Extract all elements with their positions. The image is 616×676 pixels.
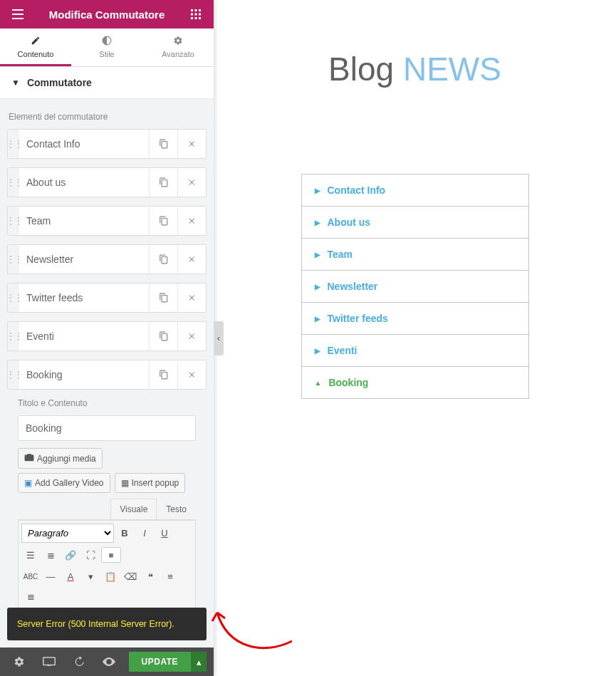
duplicate-icon[interactable] (149, 168, 177, 197)
accordion-item[interactable]: ▶Newsletter (302, 271, 528, 303)
insert-popup-button[interactable]: ▦ Insert popup (115, 473, 186, 493)
accordion-item-label: Newsletter (328, 281, 378, 292)
menu-icon[interactable] (7, 9, 28, 19)
format-select[interactable]: Paragrafo (21, 524, 114, 543)
svg-rect-11 (48, 665, 51, 667)
hr-button[interactable]: — (41, 567, 60, 586)
drag-handle-icon[interactable]: ⋮⋮ (8, 322, 19, 350)
italic-button[interactable]: I (135, 524, 154, 543)
drag-handle-icon[interactable]: ⋮⋮ (8, 245, 19, 274)
delete-icon[interactable] (177, 360, 206, 389)
accordion-item[interactable]: ▶Contact Info (302, 175, 528, 207)
section-commutatore[interactable]: ▼ Commutatore (0, 67, 214, 99)
switcher-item[interactable]: ⋮⋮Booking (7, 360, 207, 390)
switcher-item[interactable]: ⋮⋮Team (7, 206, 207, 236)
delete-icon[interactable] (177, 207, 206, 235)
contrast-icon (102, 36, 112, 47)
link-button[interactable]: 🔗 (61, 546, 80, 564)
svg-rect-1 (195, 9, 197, 11)
caret-right-icon: ▶ (315, 251, 320, 259)
preview-icon[interactable] (94, 648, 124, 676)
accordion-item[interactable]: ▶Eventi (302, 335, 528, 367)
duplicate-icon[interactable] (149, 360, 177, 389)
switcher-item-label: About us (19, 168, 149, 197)
paste-button[interactable]: 📋 (101, 567, 120, 586)
drag-handle-icon[interactable]: ⋮⋮ (8, 168, 19, 197)
drag-handle-icon[interactable]: ⋮⋮ (8, 130, 19, 158)
switcher-item-label: Contact Info (19, 130, 149, 158)
caret-down-icon: ▼ (11, 78, 20, 88)
delete-icon[interactable] (177, 322, 206, 350)
duplicate-icon[interactable] (149, 130, 177, 158)
text-color-button[interactable]: A (61, 567, 80, 586)
panel-header: Modifica Commutatore (0, 0, 214, 28)
caret-right-icon: ▶ (315, 315, 320, 323)
toolbar-toggle-button[interactable]: ▦ (101, 547, 121, 563)
switcher-item[interactable]: ⋮⋮Newsletter (7, 244, 207, 274)
add-gallery-video-button[interactable]: ▣ Add Gallery Video (18, 473, 110, 493)
accordion-item-label: Contact Info (328, 184, 386, 196)
history-icon[interactable] (64, 648, 94, 676)
tab-style[interactable]: Stile (71, 28, 142, 66)
bold-button[interactable]: B (115, 524, 134, 543)
align-center-button[interactable]: ≣ (21, 587, 40, 605)
strike-button[interactable]: ABC (21, 567, 40, 586)
clear-formatting-button[interactable]: ⌫ (121, 567, 140, 586)
tab-advanced[interactable]: Avanzato (142, 28, 214, 66)
drag-handle-icon[interactable]: ⋮⋮ (8, 284, 19, 312)
duplicate-icon[interactable] (149, 245, 177, 274)
accordion-item-label: Booking (328, 377, 368, 388)
responsive-icon[interactable] (34, 648, 64, 676)
accordion-item-label: Twitter feeds (328, 313, 388, 324)
popup-icon: ▦ (121, 478, 129, 488)
editor-tab-visual[interactable]: Visuale (110, 499, 157, 519)
caret-up-icon: ▲ (315, 379, 322, 387)
duplicate-icon[interactable] (149, 207, 177, 235)
pencil-icon (31, 36, 41, 47)
underline-button[interactable]: U (155, 524, 174, 543)
fullscreen-button[interactable]: ⛶ (81, 546, 100, 564)
delete-icon[interactable] (177, 284, 206, 312)
switcher-item-label: Newsletter (19, 245, 149, 274)
switcher-item-label: Eventi (19, 322, 149, 350)
align-left-button[interactable]: ≡ (161, 567, 179, 586)
switcher-item[interactable]: ⋮⋮Eventi (7, 321, 207, 351)
delete-icon[interactable] (177, 245, 206, 274)
settings-icon[interactable] (4, 648, 34, 676)
title-input[interactable] (18, 415, 196, 441)
bullet-list-button[interactable]: ☰ (21, 546, 40, 564)
blockquote-button[interactable]: ❝ (141, 567, 160, 586)
accordion-item[interactable]: ▶Twitter feeds (302, 303, 528, 335)
widgets-icon[interactable] (185, 9, 207, 19)
drag-handle-icon[interactable]: ⋮⋮ (8, 360, 19, 389)
text-color-dropdown[interactable]: ▾ (81, 567, 100, 586)
accordion-item[interactable]: ▶About us (302, 207, 528, 239)
update-button[interactable]: UPDATE (129, 652, 191, 672)
delete-icon[interactable] (177, 168, 206, 197)
numbered-list-button[interactable]: ≣ (41, 546, 60, 564)
tab-content[interactable]: Contenuto (0, 28, 71, 66)
duplicate-icon[interactable] (149, 322, 177, 350)
accordion-item[interactable]: ▲Booking (302, 367, 528, 398)
switcher-item[interactable]: ⋮⋮Contact Info (7, 129, 207, 159)
drag-handle-icon[interactable]: ⋮⋮ (8, 207, 19, 235)
svg-rect-10 (43, 657, 56, 665)
update-dropdown[interactable]: ▴ (191, 652, 207, 672)
editor-tab-text[interactable]: Testo (157, 499, 196, 519)
caret-right-icon: ▶ (315, 219, 320, 227)
svg-rect-5 (199, 14, 201, 16)
switcher-item[interactable]: ⋮⋮Twitter feeds (7, 283, 207, 313)
add-media-button[interactable]: Aggiungi media (18, 448, 103, 469)
svg-rect-4 (195, 14, 197, 16)
panel-collapse-handle[interactable]: ‹ (214, 321, 224, 355)
duplicate-icon[interactable] (149, 284, 177, 312)
gallery-video-icon: ▣ (24, 478, 32, 488)
bottom-bar: UPDATE ▴ (0, 648, 214, 676)
accordion-item[interactable]: ▶Team (302, 239, 528, 271)
switcher-item[interactable]: ⋮⋮About us (7, 167, 207, 197)
svg-rect-8 (199, 17, 201, 19)
gear-icon (173, 36, 183, 47)
caret-right-icon: ▶ (315, 283, 320, 291)
delete-icon[interactable] (177, 130, 206, 158)
switcher-item-label: Team (19, 207, 149, 235)
